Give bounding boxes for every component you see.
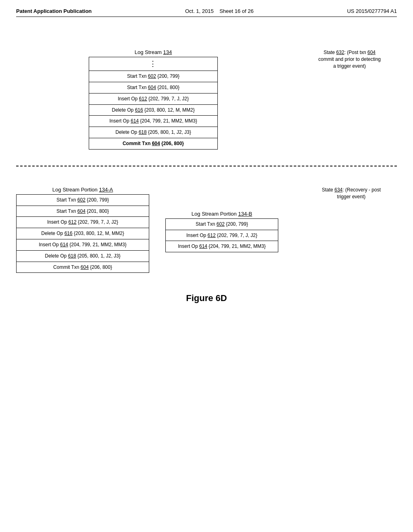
page: Patent Application Publication Oct. 1, 2… [0, 0, 413, 532]
table-row: Delete Op 618 {205, 800, 1, J2, J3} [89, 127, 218, 138]
table-row: Delete Op 618 {205, 800, 1, J2, J3} [17, 250, 149, 262]
table-row: Insert Op 612 {202, 799, 7, J, J2} [89, 93, 218, 104]
log-stream-134b-title: Log Stream Portion 134-B [165, 211, 278, 217]
log-stream-134a-table: Start Txn 602 {200, 799} Start Txn 604 {… [16, 194, 149, 273]
table-row: Commit Txn 604 {206, 800} [17, 262, 149, 273]
publication-label: Patent Application Publication [16, 8, 92, 14]
table-row: Start Txn 604 {201, 800} [89, 82, 218, 93]
log-stream-134-title: Log Stream 134 [89, 49, 218, 55]
publication-number: US 2015/0277794 A1 [347, 8, 397, 14]
log-stream-134-container: Log Stream 134 ⋮ Start Txn 602 {200, 799… [89, 49, 218, 150]
table-row: Insert Op 614 {204, 799, 21, MM2, MM3} [89, 116, 218, 127]
log-stream-134b-container: Log Stream Portion 134-B Start Txn 602 {… [165, 211, 278, 273]
table-row: Insert Op 612 {202, 799, 7, J, J2} [17, 217, 149, 228]
table-row: ⋮ [89, 57, 218, 71]
log-stream-134a-title: Log Stream Portion 134-A [16, 187, 149, 193]
section-divider [16, 166, 397, 166]
page-header: Patent Application Publication Oct. 1, 2… [16, 8, 397, 17]
log-stream-134-table: ⋮ Start Txn 602 {200, 799} Start Txn 604… [89, 57, 218, 150]
table-row: Start Txn 602 {200, 799} [17, 194, 149, 206]
table-row: Start Txn 602 {200, 799} [89, 71, 218, 82]
table-row: Insert Op 614 {204, 799, 21, MM2, MM3} [17, 239, 149, 250]
state-632-label: State 632: (Post txn 604 commit and prio… [318, 49, 381, 69]
table-row: Insert Op 612 {202, 799, 7, J, J2} [166, 230, 278, 241]
section-state-632: State 632: (Post txn 604 commit and prio… [16, 49, 397, 150]
log-stream-134b-table: Start Txn 602 {200, 799} Insert Op 612 {… [165, 218, 278, 252]
section-state-634: State 634: (Recovery - post trigger even… [16, 187, 397, 273]
log-stream-134a-container: Log Stream Portion 134-A Start Txn 602 {… [16, 187, 149, 273]
table-row: Delete Op 616 {203, 800, 12, M, MM2} [17, 228, 149, 239]
table-row: Insert Op 614 {204, 799, 21, MM2, MM3} [166, 241, 278, 252]
table-row: Start Txn 602 {200, 799} [166, 218, 278, 230]
table-row-commit: Commit Txn 604 {206, 800} [89, 138, 218, 149]
publication-date: Oct. 1, 2015 Sheet 16 of 26 [185, 8, 254, 14]
table-row: Delete Op 616 {203, 800, 12, M, MM2} [89, 104, 218, 116]
state-634-label: State 634: (Recovery - post trigger even… [322, 187, 381, 200]
figure-caption: Figure 6D [16, 293, 397, 303]
table-row: Start Txn 604 {201, 800} [17, 206, 149, 217]
